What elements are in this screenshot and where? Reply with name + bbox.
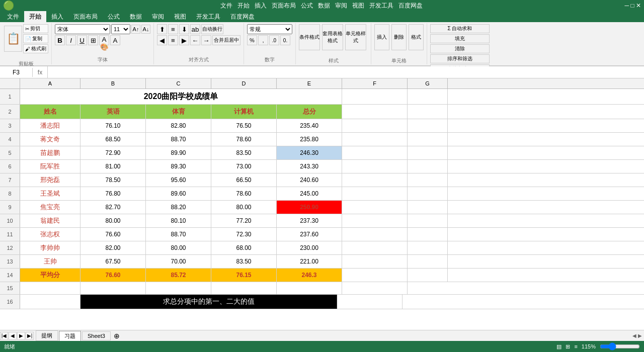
cell-name[interactable]: 翁建民 xyxy=(20,214,80,227)
cell-computer[interactable]: 73.00 xyxy=(211,160,277,173)
cell-pe[interactable]: 95.60 xyxy=(146,173,211,187)
cell-pe[interactable]: 89.90 xyxy=(146,146,211,159)
indent-decrease-button[interactable]: ← xyxy=(190,35,200,45)
view-page-layout-icon[interactable]: ⊞ xyxy=(566,343,570,350)
cell-english[interactable]: 76.60 xyxy=(80,228,146,241)
cell-english[interactable]: 78.50 xyxy=(80,173,146,187)
cell-english[interactable]: 76.80 xyxy=(80,187,146,200)
cell-name[interactable]: 蒋文奇 xyxy=(20,133,80,146)
sheet-tab-提纲[interactable]: 提纲 xyxy=(36,330,58,341)
cell-computer[interactable]: 83.50 xyxy=(211,255,277,268)
cell-name[interactable]: 焦宝亮 xyxy=(20,201,80,214)
copy-button[interactable]: 📄复制 xyxy=(23,34,48,43)
tab-review[interactable]: 审阅 xyxy=(147,11,169,22)
cell-english[interactable]: 68.50 xyxy=(80,133,146,146)
cell-computer[interactable]: 68.00 xyxy=(211,241,277,254)
align-middle-button[interactable]: ≡ xyxy=(168,24,178,34)
cut-button[interactable]: ✂剪切 xyxy=(23,24,48,33)
cell-total[interactable]: 243.30 xyxy=(277,160,342,173)
align-right-button[interactable]: ▶ xyxy=(179,35,189,45)
cell-pe[interactable]: 80.00 xyxy=(146,241,211,254)
cell-total[interactable]: 240.60 xyxy=(277,173,342,187)
format-cells-button[interactable]: 格式 xyxy=(409,24,424,50)
sheet-tab-sheet3[interactable]: Sheet3 xyxy=(82,331,111,340)
cell-title[interactable]: 2020曲阳学校成绩单 xyxy=(20,89,342,104)
cell-total[interactable]: 230.00 xyxy=(277,241,342,254)
cell-total[interactable]: 237.30 xyxy=(277,214,342,227)
cell-pe[interactable]: 88.70 xyxy=(146,133,211,146)
tab-nav-first[interactable]: |◀ xyxy=(0,332,8,340)
tab-developer[interactable]: 开发工具 xyxy=(191,11,225,22)
cell-computer[interactable]: 78.60 xyxy=(211,187,277,200)
font-shrink-button[interactable]: A↓ xyxy=(141,25,150,34)
sheet-tab-习题[interactable]: 习题 xyxy=(59,331,81,341)
cell-pe[interactable]: 88.20 xyxy=(146,201,211,214)
percent-button[interactable]: % xyxy=(247,35,257,45)
border-button[interactable]: ⊞ xyxy=(88,35,98,45)
thousands-button[interactable]: , xyxy=(258,35,268,45)
clear-button[interactable]: 清除 xyxy=(430,44,490,53)
formula-input[interactable] xyxy=(48,68,644,77)
cell-name[interactable]: 王圣斌 xyxy=(20,187,80,200)
font-size-select[interactable]: 11 xyxy=(111,24,130,34)
tab-baidu[interactable]: 百度网盘 xyxy=(225,11,260,22)
cell-computer[interactable]: 72.30 xyxy=(211,228,277,241)
cell-name[interactable]: 阮军胜 xyxy=(20,160,80,173)
tab-view[interactable]: 视图 xyxy=(169,11,191,22)
cell-english[interactable]: 67.50 xyxy=(80,255,146,268)
cell-name[interactable]: 邢尧磊 xyxy=(20,173,80,187)
paste-button[interactable]: 📋 xyxy=(4,26,22,52)
cell-english[interactable]: 82.00 xyxy=(80,241,146,254)
cell-name[interactable]: 张志权 xyxy=(20,228,80,241)
cell-name[interactable]: 潘志阳 xyxy=(20,119,80,132)
delete-cells-button[interactable]: 删除 xyxy=(391,24,407,50)
cell-computer[interactable]: 83.50 xyxy=(211,146,277,159)
cell-computer[interactable]: 66.50 xyxy=(211,173,277,187)
font-name-select[interactable]: 宋体 xyxy=(55,24,110,34)
cell-english[interactable]: 81.00 xyxy=(80,160,146,173)
tab-data[interactable]: 数据 xyxy=(125,11,147,22)
fill-button[interactable]: 填充 xyxy=(430,34,490,43)
fill-color-button[interactable]: A🎨 xyxy=(99,35,109,45)
conditional-format-button[interactable]: 条件格式 xyxy=(299,24,320,50)
cell-pe[interactable]: 82.80 xyxy=(146,119,211,132)
italic-button[interactable]: I xyxy=(66,35,76,45)
cell-pe[interactable]: 88.70 xyxy=(146,228,211,241)
tab-page-layout[interactable]: 页面布局 xyxy=(68,11,103,22)
cell-pe[interactable]: 70.00 xyxy=(146,255,211,268)
cell-total[interactable]: 245.00 xyxy=(277,187,342,200)
cell-total[interactable]: 237.60 xyxy=(277,228,342,241)
cell-computer[interactable]: 77.20 xyxy=(211,214,277,227)
decrease-decimal-button[interactable]: 0. xyxy=(280,35,290,45)
cell-styles-button[interactable]: 单元格样式 xyxy=(345,24,366,50)
number-format-select[interactable]: 常规 xyxy=(247,24,292,34)
increase-decimal-button[interactable]: .0 xyxy=(269,35,279,45)
align-bottom-button[interactable]: ⬇ xyxy=(179,24,189,34)
wrap-text-button[interactable]: 自动换行 xyxy=(201,24,223,34)
format-painter-button[interactable]: 🖌格式刷 xyxy=(23,44,48,53)
cell-name[interactable]: 李帅帅 xyxy=(20,241,80,254)
tab-nav-next[interactable]: ▶ xyxy=(17,332,25,340)
insert-cells-button[interactable]: 插入 xyxy=(374,24,389,50)
cell-english[interactable]: 80.00 xyxy=(80,214,146,227)
zoom-slider[interactable] xyxy=(600,342,640,350)
cell-computer[interactable]: 78.60 xyxy=(211,133,277,146)
add-sheet-button[interactable]: ⊕ xyxy=(113,332,121,340)
cell-computer[interactable]: 76.50 xyxy=(211,119,277,132)
tab-nav-last[interactable]: ▶| xyxy=(26,332,34,340)
cell-name[interactable]: 苗超鹏 xyxy=(20,146,80,159)
tab-home[interactable]: 开始 xyxy=(24,11,46,22)
cell-pe[interactable]: 89.30 xyxy=(146,160,211,173)
tab-formulas[interactable]: 公式 xyxy=(103,11,125,22)
view-normal-icon[interactable]: ▤ xyxy=(556,343,561,350)
font-grow-button[interactable]: A↑ xyxy=(131,25,140,34)
font-color-button[interactable]: A xyxy=(110,35,120,45)
tab-nav-prev[interactable]: ◀ xyxy=(9,332,17,340)
cell-total[interactable]: 246.30 xyxy=(277,146,342,159)
auto-sum-button[interactable]: Σ 自动求和 xyxy=(430,24,490,33)
cell-english[interactable]: 76.10 xyxy=(80,119,146,132)
underline-button[interactable]: U xyxy=(77,35,87,45)
tab-insert[interactable]: 插入 xyxy=(46,11,68,22)
cell-pe[interactable]: 80.10 xyxy=(146,214,211,227)
align-top-button[interactable]: ⬆ xyxy=(157,24,167,34)
